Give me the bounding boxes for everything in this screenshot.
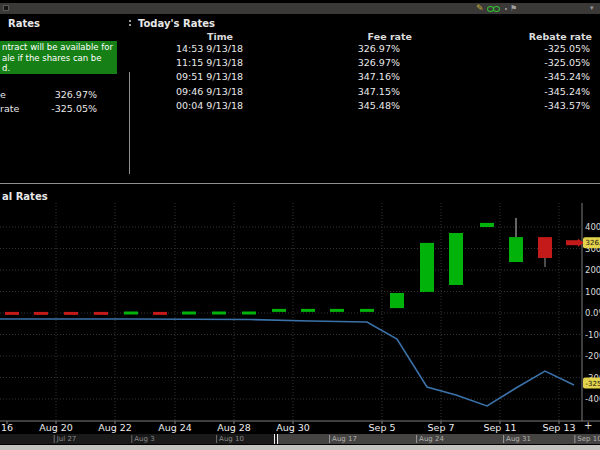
y-axis-label: 100.0%: [585, 287, 600, 297]
candle-body: [34, 312, 48, 315]
edit-pencil-icon[interactable]: ✎: [476, 3, 484, 14]
x-axis-label: Aug 24: [158, 423, 192, 433]
table-cell-rebate: -345.24%: [470, 86, 590, 97]
tws-window: ✎ ⚑ ▾ Rates ntract will be available for…: [0, 0, 600, 450]
candle-body: [509, 237, 523, 262]
candle-body: [420, 243, 434, 292]
fee-rate-value: 326.97%: [0, 89, 97, 100]
window-edge-below: [0, 445, 600, 450]
candle-body: [212, 312, 226, 315]
candle-body: [301, 309, 315, 312]
y-axis-label: 200.0%: [585, 265, 600, 275]
panel-drag-handle-icon[interactable]: [129, 20, 132, 29]
panel-handle-icon[interactable]: [3, 5, 9, 11]
column-header-fee: Fee rate: [292, 31, 412, 42]
table-cell-fee: 347.15%: [280, 86, 400, 97]
table-cell-time: 09:51 9/13/18: [123, 71, 243, 82]
table-cell-fee: 347.16%: [280, 71, 400, 82]
notice-line: ntract will be available for: [2, 42, 117, 53]
navigator-date-label: Jul 27: [54, 435, 77, 443]
candle-body: [242, 312, 256, 315]
candle-body: [272, 309, 286, 312]
table-cell-rebate: -325.05%: [470, 43, 590, 54]
section-divider: [0, 183, 600, 184]
candle-body: [153, 312, 167, 315]
chevron-down-icon[interactable]: ▾: [590, 3, 594, 14]
table-cell-fee: 326.97%: [280, 43, 400, 54]
current-bar-marker: [566, 240, 578, 245]
timeline-navigator[interactable]: Jul 27Aug 3Aug 10Aug 17Aug 24Aug 31Sep 1…: [0, 434, 600, 444]
column-header-time: Time: [113, 31, 233, 42]
navigator-date-label: Aug 17: [329, 435, 357, 443]
historical-rates-chart[interactable]: 400.0%300.0%200.0%100.0%0.0%-100.0%-200.…: [0, 203, 600, 428]
candle-body: [64, 312, 78, 315]
short-sale-notice: ntract will be available for ale if the …: [0, 41, 117, 74]
y-axis-label: 0.0%: [585, 308, 600, 318]
add-annotation-button[interactable]: +: [584, 421, 592, 431]
historical-rates-title: al Rates: [2, 191, 48, 202]
y-axis-label: -100.0%: [585, 330, 600, 340]
x-axis-label: Aug 20: [39, 423, 73, 433]
x-axis-label: Sep 5: [369, 423, 396, 433]
candle-body: [360, 309, 374, 312]
chart-toolbar: ✎ ⚑ ▾: [0, 3, 600, 14]
notice-line: d.: [2, 63, 117, 74]
x-axis-label: Aug 30: [276, 423, 310, 433]
rates-panel-title: Rates: [8, 18, 40, 29]
candle-body: [449, 233, 463, 285]
column-header-rebate: Rebate rate: [472, 31, 592, 42]
pin-icon[interactable]: ⚑: [510, 3, 517, 14]
x-axis-label: Sep 11: [483, 423, 516, 433]
candle-body: [538, 237, 552, 258]
separator-dot-icon: [505, 8, 507, 10]
navigator-date-label: Aug 31: [503, 435, 531, 443]
rebate-last-value-tag-text: -325.05%: [586, 380, 600, 388]
rebate-rate-line: [0, 319, 574, 406]
y-axis-label: -200.0%: [585, 351, 600, 361]
candle-body: [5, 312, 19, 315]
y-axis-label: 400.0%: [585, 222, 600, 232]
candle-body: [182, 312, 196, 315]
fee-last-value-tag-text: 326.97%: [586, 239, 600, 247]
navigator-date-label: Aug 10: [216, 435, 244, 443]
table-cell-time: 09:46 9/13/18: [123, 86, 243, 97]
x-axis-label: Aug 22: [98, 423, 132, 433]
table-cell-fee: 345.48%: [280, 100, 400, 111]
notice-line: ale if the shares can be: [2, 53, 117, 64]
candle-body: [94, 312, 108, 315]
x-axis-label: 16: [1, 423, 13, 433]
candle-body: [480, 223, 494, 227]
candle-body: [390, 293, 404, 308]
x-axis-label: Sep 13: [542, 423, 575, 433]
todays-rates-title: Today's Rates: [138, 18, 215, 29]
navigator-date-label: Sep 10: [574, 435, 600, 443]
table-cell-time: 11:15 9/13/18: [123, 57, 243, 68]
navigator-date-label: Aug 3: [131, 435, 154, 443]
x-axis-label: Sep 7: [428, 423, 455, 433]
rebate-rate-value: -325.05%: [0, 103, 97, 114]
table-cell-rebate: -343.57%: [470, 100, 590, 111]
candle-body: [330, 309, 344, 312]
table-cell-time: 00:04 9/13/18: [123, 100, 243, 111]
navigator-date-label: Aug 24: [416, 435, 444, 443]
table-cell-rebate: -325.05%: [470, 57, 590, 68]
table-cell-rebate: -345.24%: [470, 71, 590, 82]
x-axis-label: Aug 28: [217, 423, 251, 433]
table-cell-fee: 326.97%: [280, 57, 400, 68]
table-cell-time: 14:53 9/13/18: [123, 43, 243, 54]
y-axis-label: -400.0%: [585, 394, 600, 404]
candle-body: [124, 312, 138, 315]
navigator-range-handle[interactable]: [274, 434, 278, 444]
link-group-icon[interactable]: [487, 6, 501, 12]
